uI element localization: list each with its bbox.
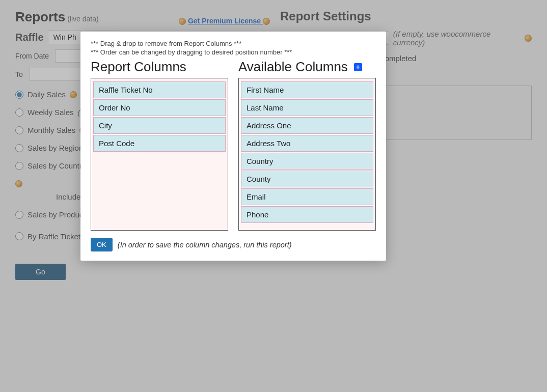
available-columns-list[interactable]: First NameLast NameAddress OneAddress Tw… xyxy=(238,78,376,231)
available-column-item[interactable]: First Name xyxy=(241,81,373,98)
columns-modal: *** Drag & drop to remove from Report Co… xyxy=(80,32,386,261)
available-column-item[interactable]: County xyxy=(241,171,373,187)
report-columns-list[interactable]: Raffle Ticket NoOrder NoCityPost Code xyxy=(91,78,228,231)
available-column-item[interactable]: Phone xyxy=(241,206,373,223)
add-column-icon[interactable]: + xyxy=(354,63,362,71)
modal-note-1: *** Drag & drop to remove from Report Co… xyxy=(91,40,376,47)
ok-button[interactable]: OK xyxy=(91,238,113,251)
report-column-item[interactable]: Post Code xyxy=(93,135,226,152)
report-column-item[interactable]: Order No xyxy=(93,99,226,116)
available-column-item[interactable]: Country xyxy=(241,153,373,170)
available-column-item[interactable]: Last Name xyxy=(241,99,373,116)
report-column-item[interactable]: Raffle Ticket No xyxy=(93,81,226,98)
available-column-item[interactable]: Address One xyxy=(241,117,373,134)
available-column-item[interactable]: Email xyxy=(241,188,373,205)
ok-note: (In order to save the column changes, ru… xyxy=(118,241,292,249)
report-columns-heading: Report Columns xyxy=(91,59,186,75)
available-column-item[interactable]: Address Two xyxy=(241,135,373,152)
modal-note-2: *** Order can be changed by dragging to … xyxy=(91,48,376,56)
report-column-item[interactable]: City xyxy=(93,117,226,134)
available-columns-heading: Available Columns xyxy=(238,59,348,75)
